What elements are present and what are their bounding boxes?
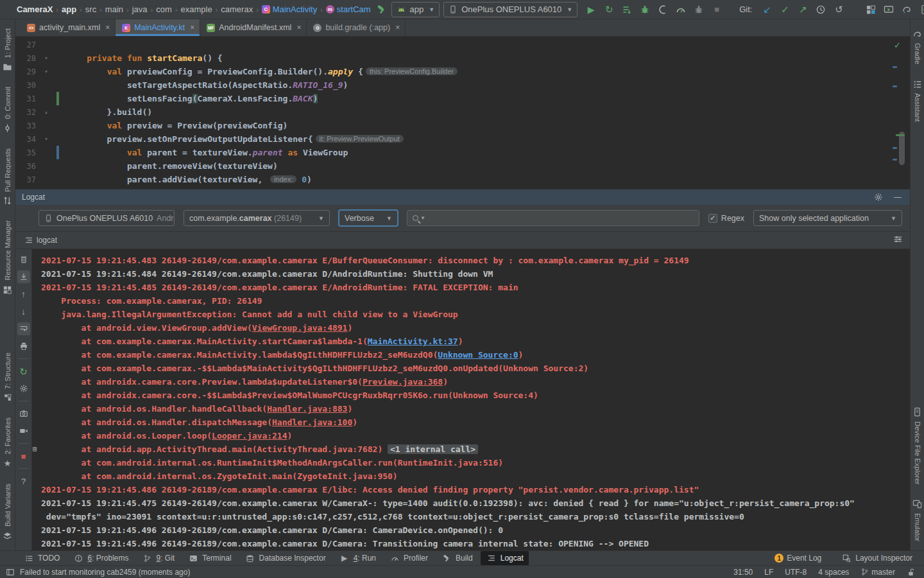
screen-record-icon[interactable] xyxy=(17,425,30,437)
print-icon[interactable] xyxy=(17,340,30,353)
logcat-output[interactable]: 2021-07-15 19:21:45.483 26149-26149/com.… xyxy=(32,249,910,550)
event-log-button[interactable]: 1Event Log xyxy=(769,552,826,564)
layout-inspector-button[interactable]: Layout Inspector xyxy=(835,551,918,565)
apply-code-changes-icon[interactable] xyxy=(621,4,633,15)
git-update-icon[interactable]: ↙ xyxy=(761,4,773,15)
stack-frame-link[interactable]: Preview.java:368 xyxy=(363,377,443,387)
breadcrumb-item[interactable]: example xyxy=(179,4,213,14)
breadcrumb-item[interactable]: com xyxy=(155,4,173,14)
logcat-settings-icon[interactable] xyxy=(17,382,30,395)
profile-low-overhead-icon[interactable] xyxy=(693,4,705,15)
logcat-search-input[interactable]: ▼ xyxy=(407,210,699,226)
breadcrumb-item[interactable]: camerax xyxy=(219,4,254,14)
log-level-select[interactable]: Verbose ▼ xyxy=(339,210,398,226)
minimize-icon[interactable]: — xyxy=(892,191,903,203)
tool-window-button-emulator[interactable]: Emulator xyxy=(912,498,923,541)
code-line-35[interactable]: 35 val parent = textureView.parent as Vi… xyxy=(15,146,910,159)
code-editor[interactable]: ✓ 2728▾ private fun startCamera() {29▾ v… xyxy=(15,37,910,189)
editor-tab-build-gradle-app-[interactable]: Gbuild.gradle (:app)× xyxy=(307,19,406,36)
tool-window-button-logcat[interactable]: Logcat xyxy=(481,551,529,565)
gear-icon[interactable] xyxy=(873,191,884,203)
tool-window-button-todo[interactable]: TODO xyxy=(18,551,65,565)
code-line-32[interactable]: 32▴ }.build() xyxy=(15,105,910,119)
help-icon[interactable]: ? xyxy=(17,475,30,487)
stop-icon[interactable]: ■ xyxy=(711,4,723,15)
debug-icon[interactable] xyxy=(639,4,651,15)
indent-setting[interactable]: 4 spaces xyxy=(818,568,849,577)
gradle-sync-icon[interactable] xyxy=(901,4,912,15)
tool-window-button-0-commit[interactable]: 0: Commit xyxy=(2,87,13,134)
code-line-37[interactable]: 37 parent.addView(textureView, index: 0) xyxy=(15,173,910,186)
apply-changes-icon[interactable]: ↻ xyxy=(603,4,615,15)
fold-marker-icon[interactable]: ▾ xyxy=(41,69,51,74)
fold-expand-icon[interactable]: ⊞ xyxy=(33,442,37,456)
stack-frame-link[interactable]: Unknown Source:0 xyxy=(438,350,518,360)
clear-logcat-icon[interactable] xyxy=(17,253,30,266)
logcat-header[interactable]: Logcat — xyxy=(15,189,910,205)
run-icon[interactable]: ▶ xyxy=(585,4,597,15)
editor-scrollbar[interactable] xyxy=(899,132,905,165)
git-rollback-icon[interactable]: ↺ xyxy=(833,4,844,15)
editor-tab-androidmanifest-xml[interactable]: MFAndroidManifest.xml× xyxy=(200,19,307,36)
fold-marker-icon[interactable]: ▾ xyxy=(41,55,51,61)
code-line-31[interactable]: 31 setLensFacing(CameraX.LensFacing.BACK… xyxy=(15,92,910,105)
code-line-29[interactable]: 29▾ val previewConfig = PreviewConfig.Bu… xyxy=(15,65,910,78)
fold-marker-icon[interactable]: ▾ xyxy=(41,136,51,142)
regex-checkbox[interactable]: ✓ Regex xyxy=(708,214,744,223)
stack-frame-link[interactable]: MainActivity.kt:37 xyxy=(368,337,458,346)
screenshot-icon[interactable] xyxy=(17,407,30,420)
tool-window-button-7-structure[interactable]: 7: Structure xyxy=(2,353,13,404)
git-branch[interactable]: master xyxy=(860,568,895,577)
run-configuration-select[interactable]: app ▼ xyxy=(391,2,440,17)
hammer-icon[interactable] xyxy=(376,4,388,15)
tool-window-button-assistant[interactable]: Assistant xyxy=(912,78,923,122)
code-line-36[interactable]: 36 parent.removeView(textureView) xyxy=(15,159,910,173)
stop-record-icon[interactable]: ■ xyxy=(17,450,30,462)
git-history-icon[interactable] xyxy=(815,4,826,15)
fold-marker-icon[interactable]: ▴ xyxy=(41,109,51,115)
file-encoding[interactable]: UTF-8 xyxy=(785,568,807,577)
close-icon[interactable]: × xyxy=(105,23,110,32)
tool-window-button-git[interactable]: 9: Git xyxy=(137,551,180,565)
close-icon[interactable]: × xyxy=(296,23,301,32)
code-line-38[interactable]: 38 textureView.setSurfaceTexture(it.surf… xyxy=(15,186,910,189)
window-icon[interactable] xyxy=(5,567,15,577)
editor-tab-activity-main-xml[interactable]: <>activity_main.xml× xyxy=(21,19,116,36)
code-line-33[interactable]: 33 val preview = Preview(previewConfig) xyxy=(15,119,910,132)
logcat-filter-select[interactable]: Show only selected application ▼ xyxy=(753,210,902,226)
restart-logcat-icon[interactable]: ↻ xyxy=(17,365,30,378)
project-structure-icon[interactable] xyxy=(865,4,877,15)
tool-window-button-profiler[interactable]: Profiler xyxy=(384,551,433,565)
code-line-30[interactable]: 30 setTargetAspectRatio(AspectRatio.RATI… xyxy=(15,78,910,92)
running-devices-icon[interactable] xyxy=(883,4,894,15)
logcat-process-select[interactable]: com.example.camerax (26149) ▼ xyxy=(184,210,330,226)
tool-window-button-run[interactable]: ▶4: Run xyxy=(334,551,381,565)
breadcrumb-item[interactable]: CameraX xyxy=(15,4,54,14)
tool-window-button-pull-requests[interactable]: Pull Requests xyxy=(2,148,13,207)
close-icon[interactable]: × xyxy=(190,23,194,32)
tool-window-button-1-project[interactable]: 1: Project xyxy=(2,28,13,73)
caret-position[interactable]: 31:50 xyxy=(733,568,753,577)
tool-window-button-build-variants[interactable]: Build Variants xyxy=(2,484,13,541)
tool-window-button-problems[interactable]: 6: Problems xyxy=(67,551,133,565)
tool-window-button-resource-manager[interactable]: Resource Manager xyxy=(2,220,13,295)
tool-window-button-build[interactable]: Build xyxy=(436,551,478,565)
stack-frame-link[interactable]: Looper.java:214 xyxy=(212,431,287,441)
unlock-icon[interactable] xyxy=(907,568,915,577)
breadcrumb-item[interactable]: CMainActivity xyxy=(261,4,318,14)
tool-window-button-device-file-explorer[interactable]: Device File Explorer xyxy=(912,407,923,484)
tool-window-button-gradle[interactable]: Gradle xyxy=(912,28,923,64)
logcat-device-select[interactable]: OnePlus ONEPLUS A6010 Andro ▼ xyxy=(38,210,175,226)
internal-calls-badge[interactable]: <1 internal call> xyxy=(388,444,478,454)
soft-wrap-icon[interactable] xyxy=(17,322,30,335)
code-line-27[interactable]: 27 xyxy=(15,38,910,51)
line-ending[interactable]: LF xyxy=(764,568,773,577)
device-manager-icon[interactable] xyxy=(919,4,924,15)
stack-frame-link[interactable]: Handler.java:883 xyxy=(267,404,347,414)
device-select[interactable]: OnePlus ONEPLUS A6010 ▼ xyxy=(443,2,578,17)
tool-window-button-2-favorites[interactable]: 2: Favorites★ xyxy=(2,417,13,469)
breadcrumb-item[interactable]: main xyxy=(104,4,124,14)
git-push-icon[interactable]: ↗ xyxy=(797,4,809,15)
git-commit-icon[interactable]: ✓ xyxy=(779,4,791,15)
attach-debugger-icon[interactable] xyxy=(657,4,669,15)
